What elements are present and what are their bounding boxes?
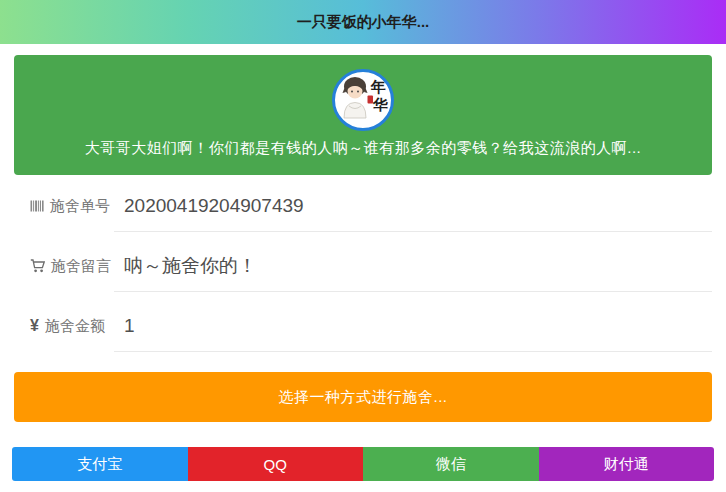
order-number-input-wrap xyxy=(114,180,712,232)
pay-alipay-button[interactable]: 支付宝 xyxy=(12,447,188,481)
payment-method-bar: 支付宝 QQ 微信 财付通 xyxy=(12,447,714,481)
order-number-row: 施舍单号 xyxy=(14,180,712,240)
choose-method-button[interactable]: 选择一种方式进行施舍... xyxy=(14,372,712,422)
avatar-image: 年 华 xyxy=(335,72,391,128)
greeting-message: 大哥哥大姐们啊！你们都是有钱的人呐～谁有那多余的零钱？给我这流浪的人啊... xyxy=(85,139,642,158)
avatar: 年 华 xyxy=(332,69,394,131)
amount-row: ¥ 施舍金额 xyxy=(14,300,712,360)
amount-input-wrap xyxy=(114,300,712,352)
profile-card: 年 华 大哥哥大姐们啊！你们都是有钱的人呐～谁有那多余的零钱？给我这流浪的人啊.… xyxy=(14,55,712,175)
message-label: 施舍留言 xyxy=(51,257,111,276)
donation-form: 施舍单号 施舍留言 ¥ 施舍金额 xyxy=(14,180,712,422)
pay-wechat-button[interactable]: 微信 xyxy=(363,447,539,481)
pay-tenpay-button[interactable]: 财付通 xyxy=(539,447,715,481)
barcode-icon xyxy=(30,199,44,213)
amount-input[interactable] xyxy=(124,315,712,337)
order-number-label-group: 施舍单号 xyxy=(14,180,114,232)
order-number-input[interactable] xyxy=(124,195,712,217)
main-content: 年 华 大哥哥大姐们啊！你们都是有钱的人呐～谁有那多余的零钱？给我这流浪的人啊.… xyxy=(0,55,726,422)
order-number-label: 施舍单号 xyxy=(50,197,110,216)
amount-label-group: ¥ 施舍金额 xyxy=(14,300,114,352)
avatar-char-2: 华 xyxy=(372,96,388,113)
message-input[interactable] xyxy=(124,255,712,277)
page-title: 一只要饭的小年华... xyxy=(297,13,430,32)
avatar-char-1: 年 xyxy=(370,78,386,95)
message-row: 施舍留言 xyxy=(14,240,712,300)
amount-label: 施舍金额 xyxy=(45,317,105,336)
message-label-group: 施舍留言 xyxy=(14,240,114,292)
pay-qq-button[interactable]: QQ xyxy=(188,447,364,481)
title-bar: 一只要饭的小年华... xyxy=(0,0,726,44)
cart-icon xyxy=(30,259,45,273)
yuan-icon: ¥ xyxy=(30,318,39,334)
message-input-wrap xyxy=(114,240,712,292)
